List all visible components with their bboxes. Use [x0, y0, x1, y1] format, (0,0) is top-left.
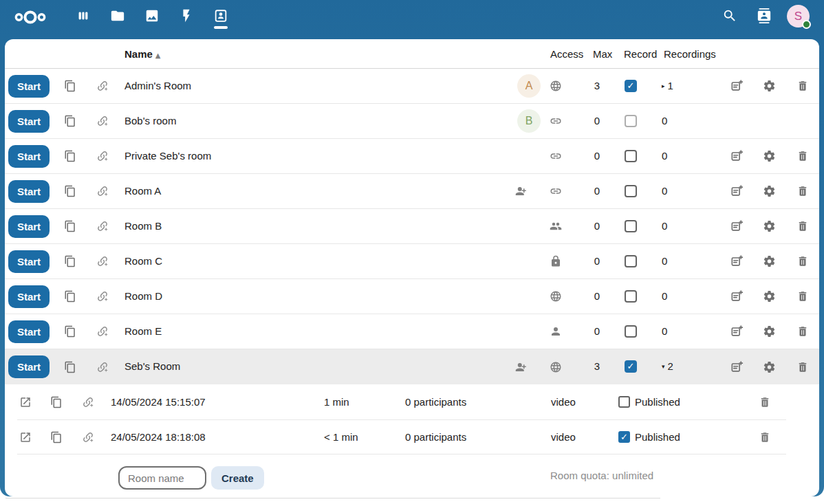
record-checkbox[interactable]	[625, 185, 637, 197]
create-guest-link-icon[interactable]	[96, 325, 109, 338]
create-guest-link-icon[interactable]	[96, 150, 109, 162]
create-guest-link-icon[interactable]	[96, 255, 109, 267]
create-guest-link-icon[interactable]	[96, 290, 109, 303]
delete-room-icon[interactable]	[796, 80, 809, 92]
recordings-toggle[interactable]: 0	[662, 314, 667, 349]
room-settings-icon[interactable]	[763, 325, 776, 338]
copy-room-link-icon[interactable]	[64, 80, 76, 92]
delete-recording-icon[interactable]	[759, 396, 771, 408]
contacts-icon[interactable]	[757, 8, 772, 23]
create-guest-link-icon[interactable]	[96, 361, 109, 373]
edit-room-icon[interactable]	[730, 360, 744, 374]
edit-room-icon[interactable]	[730, 79, 744, 93]
room-name: Room A	[124, 174, 161, 208]
delete-room-icon[interactable]	[796, 185, 809, 197]
published-checkbox[interactable]	[618, 396, 630, 408]
start-room-button[interactable]: Start	[8, 355, 50, 378]
copy-recording-link-icon[interactable]	[50, 396, 63, 408]
rooms-table-body: Start Admin's Room A 3 ▸1 Start Bob's ro…	[5, 69, 819, 384]
app-bbb-icon[interactable]	[213, 8, 228, 23]
recordings-toggle[interactable]: 0	[662, 209, 667, 243]
nextcloud-logo[interactable]	[12, 9, 48, 25]
column-header-name[interactable]: Name▲	[124, 39, 161, 70]
copy-room-link-icon[interactable]	[64, 361, 76, 373]
copy-room-link-icon[interactable]	[64, 150, 76, 162]
access-type-icon	[550, 185, 562, 197]
edit-room-icon[interactable]	[730, 184, 744, 198]
recording-row: 14/05/2024 15:15:07 1 min 0 participants…	[5, 384, 786, 419]
copy-room-link-icon[interactable]	[64, 115, 76, 127]
create-room-button[interactable]: Create	[211, 466, 264, 490]
record-checkbox[interactable]	[625, 360, 637, 373]
delete-room-icon[interactable]	[796, 325, 809, 338]
active-app-indicator	[214, 26, 228, 29]
recordings-toggle[interactable]: 0	[662, 279, 667, 314]
room-settings-icon[interactable]	[763, 290, 776, 303]
delete-room-icon[interactable]	[796, 361, 809, 373]
recordings-list: 14/05/2024 15:15:07 1 min 0 participants…	[5, 384, 786, 454]
room-settings-icon[interactable]	[763, 80, 776, 93]
delete-recording-icon[interactable]	[759, 431, 771, 443]
record-checkbox[interactable]	[625, 80, 637, 92]
app-dashboard-icon[interactable]	[76, 8, 91, 23]
recordings-toggle[interactable]: 0	[662, 104, 667, 138]
start-room-button[interactable]: Start	[8, 75, 50, 98]
record-checkbox[interactable]	[625, 115, 637, 127]
recordings-toggle[interactable]: ▸1	[662, 69, 673, 103]
edit-room-icon[interactable]	[730, 149, 744, 163]
delete-room-icon[interactable]	[796, 220, 809, 232]
create-guest-link-icon[interactable]	[96, 80, 109, 92]
start-room-button[interactable]: Start	[8, 215, 50, 238]
edit-room-icon[interactable]	[730, 289, 744, 303]
delete-room-icon[interactable]	[796, 150, 809, 162]
room-settings-icon[interactable]	[763, 255, 776, 268]
record-checkbox[interactable]	[625, 290, 637, 303]
room-settings-icon[interactable]	[763, 220, 776, 233]
copy-room-link-icon[interactable]	[64, 290, 76, 303]
delete-room-icon[interactable]	[796, 255, 809, 267]
room-name-input[interactable]	[118, 466, 206, 490]
app-files-icon[interactable]	[110, 8, 125, 23]
recordings-toggle[interactable]: 0	[662, 139, 667, 173]
recordings-toggle[interactable]: 0	[662, 244, 667, 278]
max-participants-value: 0	[583, 104, 611, 138]
copy-room-link-icon[interactable]	[64, 325, 76, 338]
copy-room-link-icon[interactable]	[64, 255, 76, 267]
start-room-button[interactable]: Start	[8, 145, 50, 168]
start-room-button[interactable]: Start	[8, 285, 50, 308]
open-recording-icon[interactable]	[19, 431, 32, 443]
record-checkbox[interactable]	[625, 150, 637, 162]
edit-room-icon[interactable]	[730, 254, 744, 268]
share-recording-link-icon[interactable]	[82, 431, 94, 443]
app-activity-icon[interactable]	[179, 8, 194, 23]
recording-participants: 0 participants	[405, 419, 466, 454]
create-guest-link-icon[interactable]	[96, 115, 109, 127]
column-header-record: Record	[624, 39, 657, 69]
create-guest-link-icon[interactable]	[96, 185, 109, 197]
create-guest-link-icon[interactable]	[96, 220, 109, 232]
start-room-button[interactable]: Start	[8, 320, 50, 343]
room-settings-icon[interactable]	[763, 185, 776, 198]
open-recording-icon[interactable]	[19, 396, 32, 408]
recordings-toggle[interactable]: 0	[662, 174, 667, 208]
room-settings-icon[interactable]	[763, 360, 776, 373]
copy-recording-link-icon[interactable]	[50, 431, 63, 443]
search-icon[interactable]	[722, 8, 737, 23]
published-checkbox[interactable]	[618, 431, 630, 443]
start-room-button[interactable]: Start	[8, 180, 50, 203]
copy-room-link-icon[interactable]	[64, 185, 76, 197]
user-avatar[interactable]: S	[787, 5, 810, 28]
delete-room-icon[interactable]	[796, 290, 809, 303]
copy-room-link-icon[interactable]	[64, 220, 76, 232]
record-checkbox[interactable]	[625, 220, 637, 232]
room-settings-icon[interactable]	[763, 150, 776, 163]
record-checkbox[interactable]	[625, 255, 637, 267]
record-checkbox[interactable]	[625, 325, 637, 338]
edit-room-icon[interactable]	[730, 325, 744, 338]
start-room-button[interactable]: Start	[8, 250, 50, 273]
start-room-button[interactable]: Start	[8, 110, 50, 133]
edit-room-icon[interactable]	[730, 219, 744, 233]
recordings-toggle[interactable]: ▾2	[662, 349, 673, 384]
app-photos-icon[interactable]	[144, 8, 160, 23]
share-recording-link-icon[interactable]	[82, 396, 94, 408]
